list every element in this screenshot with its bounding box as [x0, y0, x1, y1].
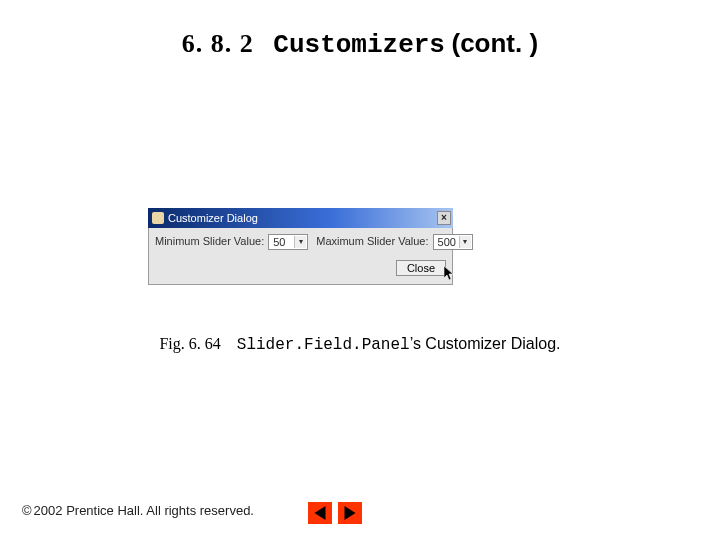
close-button[interactable]: Close: [396, 260, 446, 276]
slide-heading: 6. 8. 2 Customizers (cont. ): [0, 28, 720, 60]
min-slider-label: Minimum Slider Value:: [155, 235, 264, 248]
copyright-text: 2002 Prentice Hall. All rights reserved.: [34, 503, 254, 518]
dialog-title: Customizer Dialog: [168, 213, 258, 224]
max-slider-combo[interactable]: 500 ▾: [433, 234, 473, 250]
chevron-down-icon: ▾: [459, 236, 471, 248]
dialog-button-row: Close: [155, 260, 446, 276]
dialog-titlebar: Customizer Dialog ×: [148, 208, 453, 228]
section-number: 6. 8. 2: [182, 29, 254, 58]
dialog-close-button[interactable]: ×: [437, 211, 451, 225]
max-slider-label: Maximum Slider Value:: [316, 235, 428, 248]
figure-caption: Fig. 6. 64 Slider.Field.Panel’s Customiz…: [0, 335, 720, 354]
figure-caption-text: ’s Customizer Dialog.: [410, 335, 561, 352]
customizer-dialog: Customizer Dialog × Minimum Slider Value…: [148, 208, 453, 285]
min-slider-value: 50: [273, 236, 285, 248]
section-title: Customizers: [273, 30, 445, 60]
titlebar-left: Customizer Dialog: [152, 212, 258, 224]
min-slider-combo[interactable]: 50 ▾: [268, 234, 308, 250]
figure-classname: Slider.Field.Panel: [237, 336, 410, 354]
nav-arrows: [308, 502, 362, 524]
chevron-down-icon: ▾: [294, 236, 306, 248]
prev-slide-button[interactable]: [308, 502, 332, 524]
copyright-footer: © 2002 Prentice Hall. All rights reserve…: [22, 503, 254, 518]
dialog-body: Minimum Slider Value: 50 ▾ Maximum Slide…: [148, 228, 453, 285]
section-cont: (cont. ): [451, 28, 538, 58]
figure-number: Fig. 6. 64: [159, 335, 220, 352]
java-cup-icon: [152, 212, 164, 224]
copyright-symbol-icon: ©: [22, 503, 32, 518]
max-slider-value: 500: [438, 236, 456, 248]
slider-values-row: Minimum Slider Value: 50 ▾ Maximum Slide…: [155, 234, 446, 250]
next-slide-button[interactable]: [338, 502, 362, 524]
slide-root: 6. 8. 2 Customizers (cont. ) Customizer …: [0, 0, 720, 540]
